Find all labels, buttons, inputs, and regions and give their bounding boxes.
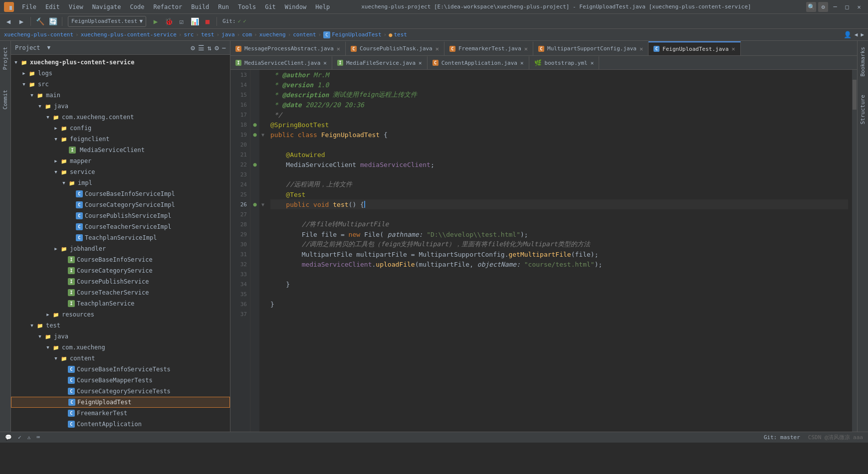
close-button[interactable]: ✕	[854, 2, 864, 12]
stop-button[interactable]: ■	[202, 16, 213, 27]
breadcrumb-java[interactable]: java	[221, 31, 235, 38]
tree-courseteacherimpl[interactable]: ▶ C CourseTeacherServiceImpl	[11, 221, 230, 232]
structure-tab[interactable]: Structure	[859, 91, 867, 129]
menu-run[interactable]: Run	[214, 2, 233, 11]
breadcrumb-content[interactable]: content	[293, 31, 316, 38]
breadcrumb-test[interactable]: test	[201, 31, 215, 38]
tree-com-xuecheng-test[interactable]: ▼ 📁 com.xuecheng	[11, 342, 230, 353]
menu-tools[interactable]: Tools	[234, 2, 260, 11]
tree-cctest[interactable]: ▶ C CourseCategoryServiceTests	[11, 386, 230, 397]
tab2-mediaserviceclient[interactable]: I MediaServiceClient.java ✕	[230, 56, 332, 69]
breadcrumb-nav-back[interactable]: ◀	[855, 31, 858, 38]
breadcrumb-com[interactable]: com	[242, 31, 252, 38]
run-config-dropdown[interactable]: FeignUploadTest.test ▼	[68, 16, 146, 27]
back-button[interactable]: ◀	[3, 16, 14, 27]
tree-java[interactable]: ▼ 📁 java	[11, 101, 230, 112]
tree-coursepublish-svc[interactable]: ▶ I CoursePublishService	[11, 276, 230, 287]
tree-mediaserviceclient[interactable]: ▶ I MediaServiceClient	[11, 145, 230, 156]
tab2-msc-close[interactable]: ✕	[323, 60, 327, 66]
project-tab[interactable]: Project	[1, 43, 9, 74]
tree-java-test[interactable]: ▼ 📁 java	[11, 331, 230, 342]
fold-19[interactable]: ▼	[259, 130, 266, 140]
tab-feignupload-close[interactable]: ✕	[732, 45, 735, 52]
tree-impl[interactable]: ▼ 📁 impl	[11, 177, 230, 188]
tree-content-test[interactable]: ▼ 📁 content	[11, 353, 230, 364]
tree-src[interactable]: ▼ 📁 src	[11, 79, 230, 90]
tree-main[interactable]: ▼ 📁 main	[11, 90, 230, 101]
tab-feignupload[interactable]: C FeignUploadTest.java ✕	[649, 41, 741, 55]
breadcrumb-module[interactable]: xuecheng-plus-content	[4, 31, 73, 38]
tab2-bootstrap-close[interactable]: ✕	[591, 60, 594, 66]
tree-feignuploadtest[interactable]: ▶ C FeignUploadTest	[11, 397, 230, 408]
tree-cbitest[interactable]: ▶ C CourseBaseInfoServiceTests	[11, 364, 230, 375]
tree-test[interactable]: ▼ 📁 test	[11, 320, 230, 331]
panel-dropdown-icon[interactable]: ▼	[47, 44, 51, 51]
menu-navigate[interactable]: Navigate	[88, 2, 125, 11]
breadcrumb-method[interactable]: test	[394, 31, 407, 38]
bookmarks-tab[interactable]: Bookmarks	[859, 43, 867, 81]
tab2-contentapp[interactable]: C ContentApplication.java ✕	[428, 56, 529, 69]
panel-gear-icon[interactable]: ⚙	[215, 44, 218, 52]
tree-freemarkertest[interactable]: ▶ C FreemarkerTest	[11, 408, 230, 419]
menu-file[interactable]: File	[18, 2, 40, 11]
tab-multipart[interactable]: C MultipartSupportConfig.java ✕	[533, 41, 649, 55]
vcs-icon[interactable]: 👤	[844, 31, 852, 38]
tab-coursepublish-close[interactable]: ✕	[435, 45, 439, 52]
tab-freemarker[interactable]: C FreemarkerTest.java ✕	[444, 41, 533, 55]
maximize-button[interactable]: □	[842, 2, 852, 12]
panel-sort-icon[interactable]: ⇅	[208, 44, 212, 52]
tab-messageprocess-close[interactable]: ✕	[337, 45, 340, 52]
panel-layout-icon[interactable]: ☰	[198, 44, 205, 52]
tree-feignclient[interactable]: ▼ 📁 feignclient	[11, 134, 230, 145]
build-icon[interactable]: 🔨	[34, 16, 45, 27]
tab-multipart-close[interactable]: ✕	[640, 45, 643, 52]
tree-courseteacher-svc[interactable]: ▶ I CourseTeacherService	[11, 287, 230, 298]
tree-coursepublishimpl[interactable]: ▶ C CoursePublishServiceImpl	[11, 210, 230, 221]
tab-coursepublish[interactable]: C CoursePublishTask.java ✕	[346, 41, 444, 55]
tree-logs[interactable]: ▶ 📁 logs	[11, 68, 230, 79]
run-button[interactable]: ▶	[150, 16, 161, 27]
breadcrumb-src[interactable]: src	[184, 31, 194, 38]
profile-button[interactable]: 📊	[189, 16, 200, 27]
menu-code[interactable]: Code	[126, 2, 149, 11]
debug-button[interactable]: 🐞	[163, 16, 174, 27]
forward-button[interactable]: ▶	[16, 16, 27, 27]
scrollbar-thumb[interactable]	[853, 80, 857, 110]
fold-26[interactable]: ▼	[259, 199, 266, 209]
tree-config[interactable]: ▶ 📁 config	[11, 123, 230, 134]
menu-refactor[interactable]: Refactor	[149, 2, 186, 11]
tree-cbmtest[interactable]: ▶ C CourseBaseMapperTests	[11, 375, 230, 386]
tab2-mediafileservice[interactable]: I MediaFileService.java ✕	[332, 56, 428, 69]
panel-settings-icon[interactable]: ⚙	[191, 44, 195, 52]
tree-coursecategoryimpl[interactable]: ▶ C CourseCategoryServiceImpl	[11, 199, 230, 210]
menu-build[interactable]: Build	[187, 2, 213, 11]
minimize-button[interactable]: ─	[830, 2, 840, 12]
tab-freemarker-close[interactable]: ✕	[524, 45, 528, 52]
breadcrumb-xuecheng[interactable]: xuecheng	[259, 31, 286, 38]
breadcrumb-nav-forward[interactable]: ▶	[861, 31, 864, 38]
menu-window[interactable]: Window	[281, 2, 310, 11]
tree-mapper[interactable]: ▶ 📁 mapper	[11, 156, 230, 166]
menu-view[interactable]: View	[65, 2, 87, 11]
search-everywhere-icon[interactable]: 🔍	[806, 2, 816, 12]
settings-icon[interactable]: ⚙	[818, 2, 828, 12]
tree-root[interactable]: ▼ 📁 xuecheng-plus-content-service	[11, 57, 230, 68]
tree-com-xuecheng[interactable]: ▼ 📁 com.xuecheng.content	[11, 112, 230, 123]
menu-git[interactable]: Git	[261, 2, 280, 11]
panel-collapse-icon[interactable]: −	[222, 44, 226, 52]
tab2-bootstrap[interactable]: 🌿 bootstrap.yml ✕	[529, 56, 600, 69]
code-editor[interactable]: 13 14 15 16 17 18 19 20 21 22 23 24 25 2…	[230, 70, 857, 432]
tree-teachplan-svc[interactable]: ▶ I TeachplanService	[11, 298, 230, 309]
tree-resources[interactable]: ▶ 📁 resources	[11, 309, 230, 320]
commit-tab[interactable]: Commit	[1, 86, 9, 114]
tree-service[interactable]: ▼ 📁 service	[11, 166, 230, 177]
tab-messageprocess[interactable]: C MessageProcessAbstract.java ✕	[230, 41, 346, 55]
tree-teachplanimpl[interactable]: ▶ C TeachplanServiceImpl	[11, 232, 230, 243]
code-content[interactable]: * @author Mr.M * @version 1.0 * @descrip…	[266, 70, 852, 432]
tree-coursebaseinfo-svc[interactable]: ▶ I CourseBaseInfoService	[11, 254, 230, 265]
scrollbar-vertical[interactable]	[852, 70, 857, 432]
tree-coursecategory-svc[interactable]: ▶ I CourseCategoryService	[11, 265, 230, 276]
menu-edit[interactable]: Edit	[41, 2, 64, 11]
coverage-button[interactable]: ☑	[176, 16, 187, 27]
breadcrumb-classname[interactable]: FeignUploadTest	[332, 31, 381, 38]
